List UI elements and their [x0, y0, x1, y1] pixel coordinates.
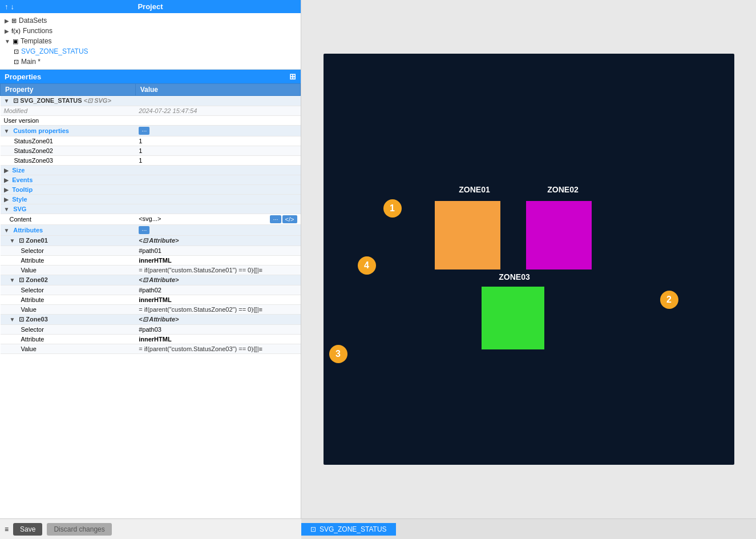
section-size: ▶ Size: [1, 166, 301, 175]
right-panel: ZONE01 ZONE02 ZONE03 1 2 3 4: [301, 0, 756, 518]
canvas-area: ZONE01 ZONE02 ZONE03 1 2 3 4: [324, 54, 734, 465]
collapse-arrow[interactable]: ▼: [4, 227, 11, 234]
prop-key-statuszone02: StatusZone02: [1, 146, 136, 156]
collapse-arrow[interactable]: ▼: [4, 206, 11, 212]
collapse-arrow[interactable]: ▶: [4, 187, 10, 193]
prop-val-content: <svg...> ··· </>: [135, 214, 300, 225]
tree-main[interactable]: ⊡ Main *: [14, 57, 296, 67]
zone03-selector-key: Selector: [1, 325, 136, 335]
active-tab[interactable]: ⊡ SVG_ZONE_STATUS: [301, 523, 396, 536]
content-value: <svg...>: [139, 215, 161, 222]
zone01-value-key: Value: [1, 266, 136, 275]
zone02-box: [526, 201, 592, 270]
content-dots-btn[interactable]: ···: [270, 215, 281, 223]
collapse-arrow[interactable]: ▼: [10, 238, 17, 244]
prop-table: Property Value ▼ ⊡ SVG_ZONE_STATUS <⊡ SV…: [0, 83, 301, 518]
statuszone02-input[interactable]: [139, 147, 297, 154]
prop-val-modified: 2024-07-22 15:47:54: [135, 106, 300, 116]
section-custom: ▼ Custom properties: [1, 126, 136, 136]
collapse-arrow[interactable]: ▼: [10, 277, 17, 283]
zone03-header-label: Zone03: [26, 316, 48, 323]
table-row: StatusZone02: [1, 146, 301, 156]
templates-icon: ▣: [13, 38, 18, 45]
tree-svg-zone-status[interactable]: ⊡ SVG_ZONE_STATUS: [14, 46, 296, 57]
zone02-icon: ⊡: [19, 276, 26, 283]
table-row: ▼ ⊡ SVG_ZONE_STATUS <⊡ SVG>: [1, 96, 301, 106]
content-code-btn[interactable]: </>: [282, 215, 297, 223]
table-row: ▼ ⊡ Zone03 <⊡ Attribute>: [1, 315, 301, 325]
number-circle-2: 2: [660, 291, 678, 309]
zone02-attr-key: Attribute: [1, 295, 136, 305]
svg-section-label: SVG: [13, 206, 26, 212]
zone03-icon: ⊡: [19, 316, 26, 323]
collapse-arrow[interactable]: ▼: [10, 316, 17, 323]
custom-props-add-btn[interactable]: ···: [139, 127, 149, 135]
zone03-header-key: ▼ ⊡ Zone03: [1, 315, 136, 325]
tree-datasets[interactable]: ▶ ⊞ DataSets: [5, 15, 296, 26]
save-button[interactable]: Save: [13, 523, 42, 536]
section-icon: ⊡: [13, 97, 20, 104]
circle-3-label: 3: [335, 349, 341, 359]
active-tab-label: SVG_ZONE_STATUS: [320, 525, 387, 533]
table-row: ▶ Events: [1, 175, 301, 185]
sort-up-icon[interactable]: ↑: [5, 2, 9, 11]
prop-val-statuszone03[interactable]: [135, 156, 300, 166]
table-row: ▼ Attributes ···: [1, 225, 301, 236]
collapse-arrow[interactable]: ▶: [4, 177, 10, 183]
functions-label: Functions: [23, 27, 52, 35]
collapse-arrow[interactable]: ▶: [4, 167, 10, 174]
statuszone01-input[interactable]: [139, 138, 297, 144]
zone02-selector-val: #path02: [135, 285, 300, 295]
zone01-attr-key: Attribute: [1, 256, 136, 266]
table-row: ▼ ⊡ Zone02 <⊡ Attribute>: [1, 275, 301, 285]
prop-val-statuszone01[interactable]: [135, 136, 300, 146]
table-row: ▼ Custom properties ···: [1, 126, 301, 136]
collapse-arrow[interactable]: ▼: [4, 98, 11, 104]
bottom-right: ⊡ SVG_ZONE_STATUS: [301, 518, 756, 539]
table-row: ▶ Size: [1, 166, 301, 175]
collapse-arrow[interactable]: ▼: [4, 128, 11, 134]
table-row: ▶ Style: [1, 195, 301, 204]
zone01-canvas-label: ZONE01: [440, 185, 509, 194]
zone01-header-label: Zone01: [26, 237, 48, 244]
left-panel: ↑ ↓ Project ▶ ⊞ DataSets ▶ f(x) Function…: [0, 0, 301, 518]
attributes-add-btn[interactable]: ···: [139, 226, 149, 234]
collapse-arrow[interactable]: ▶: [4, 196, 10, 203]
table-row: Value = if(parent("custom.StatusZone02")…: [1, 305, 301, 315]
zone02-header-val: <⊡ Attribute>: [135, 275, 300, 285]
table-row: Value = if(parent("custom.StatusZone03")…: [1, 344, 301, 354]
sort-down-icon[interactable]: ↓: [11, 2, 15, 11]
zone03-box: [482, 287, 544, 349]
zone03-value-val: = if(parent("custom.StatusZone03") == 0)…: [135, 344, 300, 354]
zone01-value-val: = if(parent("custom.StatusZone01") == 0)…: [135, 266, 300, 275]
discard-button[interactable]: Discard changes: [47, 523, 111, 536]
arrow-icon: ▼: [5, 38, 10, 45]
zone03-header-val: <⊡ Attribute>: [135, 315, 300, 325]
table-row: Selector #path02: [1, 285, 301, 295]
table-row: User version: [1, 116, 301, 126]
table-row: Selector #path03: [1, 325, 301, 335]
table-row: ▶ Tooltip: [1, 185, 301, 195]
datasets-label: DataSets: [19, 17, 47, 25]
table-row: ▼ SVG: [1, 204, 301, 214]
grid-icon[interactable]: ⊞: [289, 72, 296, 81]
section-events: ▶ Events: [1, 175, 301, 185]
zone02-selector-key: Selector: [1, 285, 136, 295]
main-label: Main *: [21, 58, 41, 66]
svg-zone-status-label: SVG_ZONE_STATUS: [21, 47, 88, 55]
zone03-attr-key: Attribute: [1, 335, 136, 344]
zone02-value-key: Value: [1, 305, 136, 315]
prop-key-userversion: User version: [1, 116, 136, 126]
statuszone03-input[interactable]: [139, 157, 297, 164]
zone02-canvas-label: ZONE02: [529, 185, 597, 194]
sort-icons[interactable]: ↑ ↓: [5, 2, 14, 11]
tree-functions[interactable]: ▶ f(x) Functions: [5, 26, 296, 36]
tree-templates[interactable]: ▼ ▣ Templates: [5, 36, 296, 46]
attributes-label: Attributes: [13, 227, 43, 234]
zone01-attr-val: innerHTML: [135, 256, 300, 266]
style-label: Style: [12, 196, 27, 203]
table-row: Attribute innerHTML: [1, 295, 301, 305]
prop-val-statuszone02[interactable]: [135, 146, 300, 156]
menu-icon[interactable]: ≡: [5, 525, 9, 533]
attributes-btn-cell: ···: [135, 225, 300, 236]
